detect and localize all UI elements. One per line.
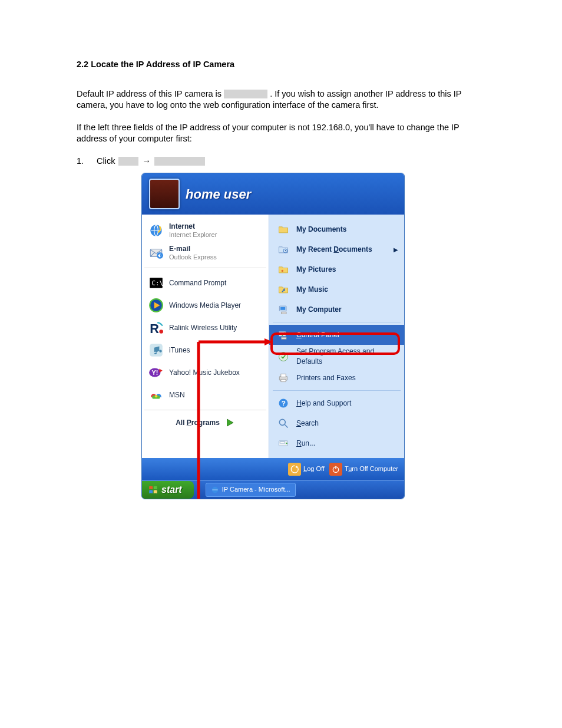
logoff-icon [288,463,301,476]
start-button-label: start [161,483,182,496]
pinned-email-title: E-mail [169,245,217,253]
right-separator-2 [273,390,401,391]
svg-rect-21 [282,338,286,340]
my-recent-label: My Recent Documents [296,245,372,254]
control-panel-label: Control Panel [296,330,339,340]
recent-command-prompt[interactable]: C:\_ Command Prompt [142,272,269,294]
pictures-icon [275,261,292,278]
help-support[interactable]: ? Help and Support [269,393,404,413]
itunes-icon [148,342,164,358]
pinned-email-sub: Outlook Express [169,253,217,261]
arrow-right-icon: → [142,156,151,167]
pinned-internet-title: Internet [169,223,217,231]
recent-itunes-label: iTunes [169,345,190,355]
program-access-icon [275,348,292,365]
svg-text:Y!: Y! [151,370,158,377]
right-separator-1 [273,322,401,322]
my-music[interactable]: My Music [269,279,404,299]
control-panel[interactable]: Control Panel [269,325,404,345]
svg-rect-25 [281,379,286,381]
taskbar-tab-ipcamera[interactable]: IP Camera - Microsoft... [206,483,296,497]
recent-docs-icon [275,241,292,258]
svg-line-29 [285,424,288,427]
svg-text:C:\_: C:\_ [151,280,164,288]
all-programs-label: All Programs [176,418,220,427]
recent-msn-label: MSN [169,390,185,400]
left-separator-2 [144,410,266,410]
logoff-button[interactable]: Log Off [288,463,325,476]
recent-ralink[interactable]: R Ralink Wireless Utility [142,317,269,339]
svg-point-16 [282,270,283,272]
svg-rect-18 [280,307,285,310]
my-documents-label: My Documents [296,225,346,234]
ie-small-icon [211,486,219,494]
user-name: home user [186,186,251,203]
my-computer-label: My Computer [296,305,342,314]
printers-label: Printers and Faxes [296,373,356,383]
user-avatar[interactable] [149,179,180,209]
start-button[interactable]: start [142,481,194,499]
svg-point-28 [279,419,285,425]
recent-itunes[interactable]: iTunes [142,339,269,361]
submenu-arrow-icon: ▶ [394,246,398,254]
ie-icon [148,222,164,239]
step-1-controlpanel-placeholder [154,157,205,166]
taskbar-tab-label: IP Camera - Microsoft... [222,485,290,494]
svg-rect-31 [280,442,285,443]
recent-msn[interactable]: MSN [142,384,269,406]
my-pictures[interactable]: My Pictures [269,259,404,279]
start-menu: home user Internet Internet Explorer [141,173,405,499]
start-menu-lowbar: Log Off Turn Off Computer [142,458,404,480]
all-programs[interactable]: All Programs [142,414,269,433]
yahoo-icon: Y! [148,364,164,381]
svg-rect-24 [281,374,286,377]
start-menu-right-column: My Documents My Recent Documents ▶ My Pi… [269,215,404,457]
help-label: Help and Support [296,398,351,408]
search[interactable]: Search [269,413,404,433]
pinned-email[interactable]: E-mail Outlook Express [142,242,269,264]
my-pictures-label: My Pictures [296,265,336,274]
power-icon [329,463,342,476]
run[interactable]: Run... [269,433,404,453]
printer-icon [275,370,292,386]
control-panel-icon [275,327,292,343]
music-folder-icon [275,281,292,298]
paragraph-2: If the left three fields of the IP addre… [77,122,485,145]
my-recent-documents[interactable]: My Recent Documents ▶ [269,239,404,259]
turnoff-label: Turn Off Computer [345,465,398,473]
folder-icon [275,221,292,238]
my-documents[interactable]: My Documents [269,219,404,239]
all-programs-arrow-icon [224,417,235,428]
set-program-access-label: Set Program Access and Defaults [296,347,398,365]
start-menu-header: home user [142,173,404,215]
cmd-icon: C:\_ [148,275,164,291]
logoff-label: Log Off [303,465,325,473]
svg-text:?: ? [282,399,286,407]
msn-icon [148,387,164,403]
svg-marker-14 [227,419,233,426]
recent-wmp-label: Windows Media Player [169,301,241,310]
recent-wmp[interactable]: Windows Media Player [142,294,269,317]
svg-point-13 [155,395,157,397]
run-label: Run... [296,439,315,448]
my-computer[interactable]: My Computer [269,299,404,319]
recent-cmd-label: Command Prompt [169,278,226,288]
printers-faxes[interactable]: Printers and Faxes [269,368,404,388]
pinned-internet[interactable]: Internet Internet Explorer [142,219,269,242]
search-label: Search [296,419,319,428]
pinned-internet-sub: Internet Explorer [169,231,217,239]
step-1: 1. Click → [77,156,485,167]
svg-rect-19 [282,312,286,314]
turnoff-button[interactable]: Turn Off Computer [329,463,398,476]
recent-yahoo-music[interactable]: Y! Yahoo! Music Jukebox [142,361,269,384]
para1-text-a: Default IP address of this IP camera is [77,89,224,98]
recent-yahoo-label: Yahoo! Music Jukebox [169,368,240,377]
step-1-click: Click [97,156,115,167]
left-separator [144,268,266,268]
computer-icon [275,301,292,318]
mail-icon [148,245,164,261]
step-1-start-placeholder [118,157,138,166]
section-heading: 2.2 Locate the IP Address of IP Camera [77,59,485,71]
set-program-access[interactable]: Set Program Access and Defaults [269,345,404,367]
help-icon: ? [275,395,292,411]
